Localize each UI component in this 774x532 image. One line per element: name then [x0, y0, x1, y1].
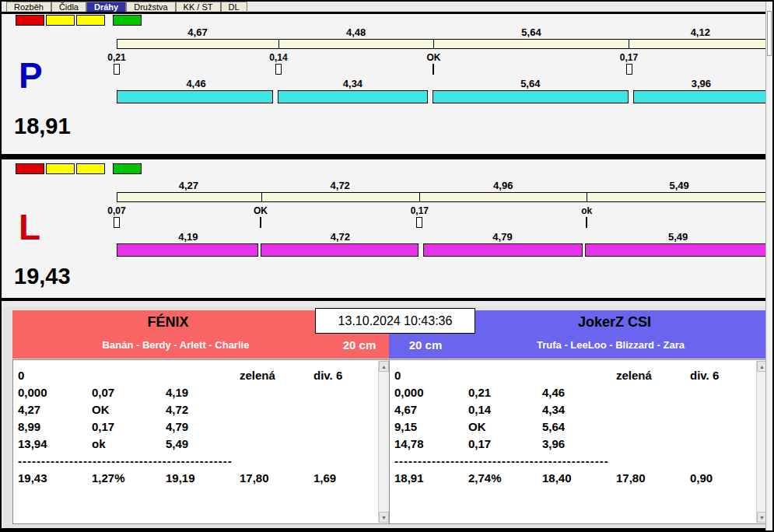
- time-bar-segment: [261, 243, 419, 257]
- datetime-box: 13.10.2024 10:43:36: [315, 308, 475, 334]
- summary-net: 18,40: [542, 471, 616, 485]
- sensor-bar-divider: [419, 193, 420, 201]
- table-cell: 4,79: [166, 420, 240, 433]
- tab-bar: Rozběh Čidla Dráhy Družstva KK / ST DL: [6, 2, 247, 12]
- tab-dl[interactable]: DL: [221, 2, 247, 12]
- separator-lanes: [2, 154, 772, 159]
- summary-reference: 17,80: [616, 471, 690, 485]
- summary-diff: 1,69: [313, 471, 376, 485]
- table-cell: 9,15: [394, 420, 468, 433]
- color-label: zelená: [240, 369, 313, 382]
- table-cell: 4,67: [394, 403, 468, 416]
- tab-kk-st[interactable]: KK / ST: [176, 2, 221, 12]
- split-time-top: 4,67: [187, 26, 207, 38]
- status-light-red: [16, 15, 44, 26]
- split-time-bottom: 4,79: [492, 231, 512, 243]
- lane-panel-l: 4,27 4,72 4,96 5,49 0,07 OK 0,17 ok: [3, 159, 768, 298]
- split-time-top: 4,48: [346, 26, 366, 38]
- split-time-bottom: 3,96: [692, 78, 711, 89]
- lane-total-p: 18,91: [14, 115, 71, 138]
- scroll-up-icon[interactable]: ▲: [379, 361, 389, 372]
- results-grid-left: 0 zelená div. 6 0,000 0,07 4,19 4,27 OK …: [18, 366, 376, 486]
- status-light-yellow: [76, 163, 105, 174]
- team-name-right: JokerZ CSI: [467, 314, 762, 331]
- dog-split-labels-l: 4,19 4,72 4,79 5,49: [117, 231, 772, 243]
- dog-split-labels-p: 4,46 4,34 5,64 3,96: [117, 78, 772, 89]
- exchange-tick: [626, 64, 632, 75]
- tab-drahy[interactable]: Dráhy: [86, 2, 126, 12]
- table-cell: 0,000: [394, 386, 468, 399]
- sensor-split-labels-p: 4,67 4,48 5,64 4,12: [117, 26, 772, 38]
- lane-letter-p: P: [19, 58, 43, 93]
- time-bar-segment: [278, 90, 428, 103]
- results-table-right: 0 zelená div. 6 0,000 0,21 4,46 4,67 0,1…: [389, 359, 769, 524]
- sensor-bar-divider: [433, 40, 434, 48]
- table-cell: 5,49: [166, 437, 240, 450]
- summary-total: 18,91: [394, 471, 468, 485]
- exchange-label: ok: [581, 205, 592, 216]
- exchange-label: 0,14: [269, 52, 287, 63]
- status-light-green: [113, 15, 142, 26]
- table-cell: 4,72: [166, 403, 240, 416]
- split-time-bottom: 4,46: [186, 78, 205, 89]
- split-time-top: 4,12: [691, 26, 710, 38]
- split-time-top: 4,96: [493, 180, 513, 191]
- exchange-label: 0,21: [107, 52, 125, 63]
- window-scrollbar[interactable]: [765, 2, 772, 530]
- time-bars-l: [117, 243, 772, 257]
- table-cell: 5,64: [542, 420, 616, 433]
- timing-track-p: 4,67 4,48 5,64 4,12 0,21 0,14 OK 0,17: [117, 26, 772, 112]
- scrollbar-thumb[interactable]: [767, 11, 772, 56]
- status-light-red: [16, 163, 44, 174]
- table-cell: 0,21: [468, 386, 542, 399]
- table-cell: ok: [92, 437, 166, 450]
- tab-cidla[interactable]: Čidla: [51, 2, 86, 12]
- status-light-yellow: [76, 15, 105, 26]
- table-cell: 8,99: [18, 420, 92, 433]
- timing-app-window: Rozběh Čidla Dráhy Družstva KK / ST DL 4…: [0, 0, 774, 532]
- status-light-green: [113, 163, 142, 174]
- results-grid-right: 0 zelená div. 6 0,000 0,21 4,46 4,67 0,1…: [394, 366, 754, 486]
- time-bar-segment: [423, 243, 583, 257]
- table-cell: OK: [468, 420, 542, 433]
- team-members-left: Banán - Berdy - Arlett - Charlie: [12, 339, 339, 351]
- table-cell: 0,000: [18, 386, 92, 399]
- time-bar-segment: [585, 243, 772, 257]
- separator-dashes: ----------------------------------------…: [18, 454, 240, 467]
- table-cell: 0,17: [92, 420, 166, 433]
- table-cell: 0,14: [468, 403, 542, 416]
- table-cell: 4,19: [166, 386, 240, 399]
- timing-track-l: 4,27 4,72 4,96 5,49 0,07 OK 0,17 ok: [117, 180, 772, 265]
- tab-rozbeh[interactable]: Rozběh: [6, 2, 51, 12]
- height-class-left: 20 cm: [332, 338, 387, 352]
- split-time-bottom: 4,34: [343, 78, 362, 89]
- exchange-label: 0,17: [620, 52, 638, 63]
- exchange-tick: [275, 64, 282, 75]
- summary-percent: 1,27%: [92, 471, 166, 485]
- exchange-label: 0,07: [107, 205, 125, 216]
- separator-window-bottom: [2, 528, 772, 530]
- time-bar-segment: [117, 243, 258, 257]
- exchange-tick-ok: [433, 64, 434, 75]
- sensor-bar-divider: [261, 193, 262, 201]
- exchange-tick: [114, 217, 120, 228]
- time-bar-segment: [117, 90, 273, 103]
- sensor-bar-divider: [278, 40, 279, 48]
- status-lights-p: [16, 15, 143, 26]
- status-lights-l: [16, 163, 143, 174]
- split-time-top: 5,64: [521, 26, 541, 38]
- time-bar-segment: [633, 90, 772, 103]
- tab-druzstva[interactable]: Družstva: [126, 2, 175, 12]
- time-bar-segment: [433, 90, 629, 103]
- table-cell: 14,78: [394, 437, 468, 450]
- table-cell: OK: [92, 403, 166, 416]
- summary-total: 19,43: [18, 471, 92, 485]
- table-scrollbar-left[interactable]: ▲ ▼: [378, 361, 389, 523]
- penalty-count: 0: [394, 369, 468, 382]
- exchange-ticks-l: [117, 217, 772, 229]
- table-cell: 0,17: [468, 437, 542, 450]
- exchange-tick: [114, 64, 120, 75]
- scroll-down-icon[interactable]: ▼: [379, 512, 389, 523]
- split-time-top: 5,49: [669, 180, 688, 191]
- sensor-bar-p: [117, 39, 772, 49]
